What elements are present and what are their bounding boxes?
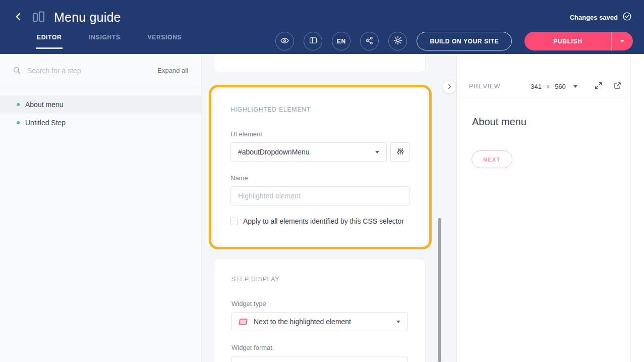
language-label: EN — [337, 38, 346, 45]
share-button[interactable] — [360, 32, 379, 50]
page-title: Menu guide — [54, 10, 121, 25]
preview-next-button[interactable]: NEXT — [472, 150, 512, 168]
preview-panel: PREVIEW 341 x 560 — [456, 54, 644, 362]
widget-type-label: Widget type — [231, 300, 408, 307]
card-above-partial — [214, 54, 426, 72]
widget-type-icon — [239, 319, 248, 325]
tab-editor[interactable]: EDITOR — [36, 29, 63, 49]
widget-type-select[interactable]: Next to the highlighted element — [231, 312, 408, 331]
step-editor-column: HIGHLIGHTED ELEMENT UI element #aboutDro… — [202, 54, 456, 362]
publish-split-button: PUBLISH — [524, 32, 633, 50]
ui-element-row: #aboutDropdownMenu — [230, 142, 410, 162]
highlighted-section-ring: HIGHLIGHTED ELEMENT UI element #aboutDro… — [209, 85, 432, 249]
external-link-icon — [613, 81, 622, 91]
steps-sidebar: Expand all About menu Untitled Step — [0, 54, 202, 362]
widget-format-select[interactable] — [231, 356, 408, 362]
tab-insights[interactable]: INSIGHTS — [88, 29, 121, 49]
preview-size-separator: x — [547, 83, 550, 90]
expand-arrows-icon — [594, 81, 603, 91]
expand-all-button[interactable]: Expand all — [157, 67, 188, 74]
preview-scrollbar-divider — [630, 54, 631, 362]
section-title: HIGHLIGHTED ELEMENT — [230, 106, 410, 113]
step-display-card: STEP DISPLAY Widget type Next to the hig… — [214, 258, 426, 362]
chevron-right-icon — [447, 83, 452, 91]
sidebar-search-row: Expand all — [0, 54, 201, 87]
step-status-dot — [17, 103, 20, 106]
chevron-down-icon — [396, 321, 400, 323]
preview-topbar: PREVIEW 341 x 560 — [457, 76, 631, 97]
expand-preview-button[interactable] — [593, 80, 604, 92]
preview-eye-button[interactable] — [275, 32, 294, 50]
apply-all-checkbox[interactable] — [230, 218, 238, 225]
changes-saved-status: Changes saved — [570, 12, 632, 23]
sliders-icon — [396, 147, 404, 157]
step-item-about-menu[interactable]: About menu — [0, 95, 201, 114]
header-actions: EN BUILD ON YOUR SITE — [275, 32, 633, 50]
app-root: Menu guide Changes saved EDITOR INSIGHTS… — [0, 0, 644, 362]
eye-icon — [280, 36, 289, 47]
chevron-down-icon — [573, 85, 577, 88]
layout-columns-icon — [309, 36, 318, 46]
selector-settings-button[interactable] — [390, 142, 410, 162]
step-status-dot — [17, 121, 20, 124]
widget-type-value: Next to the highlighted element — [254, 318, 351, 326]
gear-icon — [393, 36, 402, 46]
apply-all-label: Apply to all elements identified by this… — [243, 217, 404, 225]
step-list: About menu Untitled Step — [0, 87, 201, 132]
chevron-left-icon — [13, 11, 24, 24]
build-on-your-site-button[interactable]: BUILD ON YOUR SITE — [417, 32, 512, 50]
widget-format-label: Widget format — [231, 344, 408, 351]
header: Menu guide Changes saved EDITOR INSIGHTS… — [0, 0, 644, 54]
ui-element-label: UI element — [230, 130, 410, 138]
preview-height-value: 560 — [555, 83, 566, 90]
search-step-input[interactable] — [27, 67, 157, 75]
language-button[interactable]: EN — [332, 32, 350, 50]
section-title: STEP DISPLAY — [231, 276, 408, 283]
name-label: Name — [230, 174, 410, 182]
settings-button[interactable] — [388, 32, 407, 50]
back-button[interactable] — [12, 10, 25, 25]
chevron-down-icon — [620, 40, 624, 42]
preview-actions — [593, 80, 623, 92]
ui-element-select[interactable]: #aboutDropdownMenu — [230, 142, 387, 162]
publish-dropdown-button[interactable] — [611, 32, 633, 50]
step-item-label: Untitled Step — [25, 119, 66, 127]
collapse-preview-button[interactable] — [442, 80, 456, 94]
header-top-row: Menu guide Changes saved — [0, 0, 644, 29]
share-icon — [365, 36, 374, 46]
check-circle-icon — [622, 12, 632, 23]
step-item-label: About menu — [25, 100, 64, 109]
preview-step-title: About menu — [472, 116, 526, 128]
step-item-untitled-step[interactable]: Untitled Step — [0, 114, 201, 132]
chevron-down-icon — [375, 151, 379, 153]
tab-versions[interactable]: VERSIONS — [147, 29, 183, 49]
highlighted-element-card: HIGHLIGHTED ELEMENT UI element #aboutDro… — [213, 89, 427, 245]
search-icon — [13, 66, 21, 75]
preview-size-dropdown[interactable]: 341 x 560 — [531, 83, 577, 90]
highlighted-element-name-input[interactable] — [230, 186, 410, 205]
editor-scrollbar[interactable] — [438, 218, 441, 362]
open-in-new-tab-button[interactable] — [612, 80, 623, 92]
app-logo-icon — [32, 11, 47, 24]
changes-saved-label: Changes saved — [570, 14, 618, 21]
preview-width-value: 341 — [531, 83, 542, 90]
publish-button[interactable]: PUBLISH — [524, 32, 611, 50]
layout-button[interactable] — [304, 32, 322, 50]
apply-all-row: Apply to all elements identified by this… — [230, 217, 410, 225]
preview-title: PREVIEW — [469, 83, 500, 90]
ui-element-value: #aboutDropdownMenu — [238, 148, 310, 156]
